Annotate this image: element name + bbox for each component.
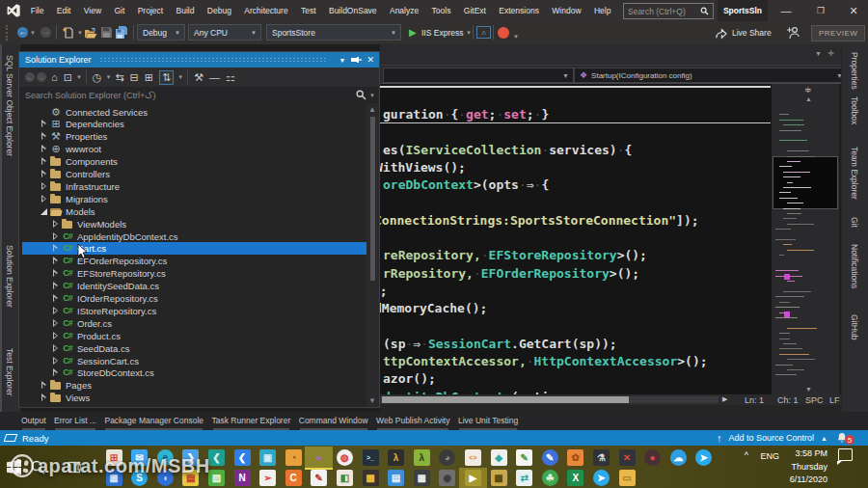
taskbar-app-icon[interactable]: ➤ [695,449,712,466]
sync-with-active-document-icon[interactable]: ⇅ [159,70,174,85]
taskbar-app-icon[interactable]: ● [644,449,661,466]
expander-icon[interactable] [51,368,60,377]
members-combo[interactable]: ❖ Startup(IConfiguration config) ▼ [574,68,848,83]
sync-icon[interactable]: ⇆ [115,71,123,84]
taskbar-app-icon[interactable]: ▦ [414,470,430,486]
tree-item-cart-cs[interactable]: C#Cart.cs [22,242,375,255]
panel-tab-error-list-[interactable]: Error List ... [53,413,97,429]
tree-item-views[interactable]: Views [22,392,366,404]
expander-icon[interactable] [51,332,60,340]
toolbar-grip-icon[interactable] [6,25,11,41]
expander-icon[interactable] [40,157,48,166]
menu-git[interactable]: Git [108,0,131,21]
expander-icon[interactable] [51,294,60,303]
tree-item-storedbcontext-cs[interactable]: C#StoreDbContext.cs [22,366,366,379]
tree-item-migrations[interactable]: Migrations [22,193,366,205]
expander-icon[interactable] [40,132,48,141]
close-panel-icon[interactable]: ✕ [366,55,374,65]
se-search-dropdown-icon[interactable]: ▼ [369,93,375,98]
tree-item-controllers[interactable]: Controllers [22,168,366,180]
new-project-icon[interactable] [63,27,74,39]
taskbar-app-icon[interactable]: ❮ [208,449,225,466]
action-center-icon[interactable] [838,448,853,461]
navigate-forward-icon[interactable]: → [41,27,51,38]
expander-icon[interactable] [51,282,60,290]
panel-tab-command-window[interactable]: Command Window [298,413,369,429]
tree-scroll-up-icon[interactable]: ▲ [368,105,376,114]
menu-build[interactable]: Build [170,0,201,21]
solution-platform-combo[interactable]: Any CPU▼ [188,24,261,41]
menu-tools[interactable]: Tools [425,0,457,21]
tray-expand-icon[interactable]: ^ [745,450,748,460]
switch-views-icon[interactable]: ⊡ [64,71,72,84]
tree-item-wwwroot[interactable]: ⊕wwwroot [22,143,366,155]
taskbar-app-icon[interactable]: ∞ [311,449,327,466]
expander-icon[interactable] [40,393,48,402]
left-tab-solution-explorer[interactable]: Solution Explorer [5,245,14,308]
tree-item-product-cs[interactable]: C#Product.cs [22,330,366,342]
taskbar-app-icon[interactable]: ▶ [465,470,481,486]
menu-view[interactable]: View [77,0,108,21]
expander-icon[interactable] [51,344,60,353]
taskbar-app-icon[interactable]: C [285,470,302,486]
menu-help[interactable]: Help [587,0,617,21]
menu-debug[interactable]: Debug [201,0,237,21]
tree-item-connected-services[interactable]: ⚙Connected Services [22,106,366,119]
tree-scrollbar[interactable]: ▲ ▼ [366,103,379,407]
right-tab-team-explorer[interactable]: Team Explorer [850,147,859,200]
panel-tab-live-unit-testing[interactable]: Live Unit Testing [457,413,519,429]
record-dropdown-icon[interactable]: ▼ [513,34,519,40]
navigate-back-icon[interactable]: ← [17,27,28,38]
taskbar-app-icon[interactable]: ☁ [670,449,687,466]
taskbar-app-icon[interactable]: ▨ [208,470,225,486]
float-window-icon[interactable]: ✛ [827,49,834,58]
expander-icon[interactable] [51,232,60,241]
tree-item-seeddata-cs[interactable]: C#SeedData.cs [22,342,366,355]
left-tab-sql-server-object-explorer[interactable]: SQL Server Object Explorer [5,55,14,156]
tree-item-efstorerepository-cs[interactable]: C#EFStoreRepository.cs [22,267,366,280]
tree-scrollbar-thumb[interactable] [370,117,375,281]
tree-item-components[interactable]: Components [22,155,366,168]
minimap-viewport[interactable] [773,157,837,208]
expander-icon[interactable] [51,244,60,253]
taskbar-app-icon[interactable]: ✕ [619,449,636,466]
taskbar-app-icon[interactable]: ▦ [491,470,507,486]
taskbar-app-icon[interactable]: ⇄ [516,470,532,486]
preview-selected-icon[interactable]: — [209,71,220,83]
taskbar-app-icon[interactable]: ✎ [516,449,532,466]
right-tab-github[interactable]: GitHub [850,314,859,339]
menu-window[interactable]: Window [546,0,588,21]
taskbar-app-icon[interactable]: ▣ [259,449,276,466]
menu-buildonsave[interactable]: BuildOnSave [322,0,383,21]
taskbar-app-icon[interactable]: ✿ [567,449,583,466]
expander-icon[interactable] [40,207,48,216]
taskbar-app-icon[interactable]: >_ [363,449,379,466]
menu-project[interactable]: Project [131,0,170,21]
background-tasks-icon[interactable] [4,434,18,442]
scroll-up-icon[interactable]: ▲ [805,95,812,102]
tree-item-istorerepository-cs[interactable]: C#IStoreRepository.cs [22,305,366,317]
tree-item-iorderrepository-cs[interactable]: C#IOrderRepository.cs [22,292,366,305]
startup-project-combo[interactable]: SportsStore▼ [266,24,401,41]
expander-icon[interactable] [40,195,48,203]
preview-button[interactable]: PREVIEW [811,25,865,41]
minimize-button[interactable]: — [772,0,800,21]
menu-test[interactable]: Test [294,0,322,21]
run-dropdown-icon[interactable]: ▼ [466,30,472,36]
tree-item-order-cs[interactable]: C#Order.cs [22,317,366,330]
expander-icon[interactable] [51,269,60,278]
se-forward-icon[interactable]: → [37,72,46,82]
menu-analyze[interactable]: Analyze [383,0,425,21]
menu-edit[interactable]: Edit [50,0,77,21]
expander-icon[interactable] [51,257,60,265]
taskbar-app-icon[interactable]: ➤ [593,470,610,486]
tree-item-identityseeddata-cs[interactable]: C#IdentitySeedData.cs [22,280,366,292]
taskbar-app-icon[interactable]: ⚗ [593,449,610,466]
tree-item-models[interactable]: Models [22,205,366,218]
tree-item-dependencies[interactable]: ⊞Dependencies [22,118,366,130]
expander-icon[interactable] [40,170,48,178]
panel-tab-package-manager-console[interactable]: Package Manager Console [103,413,204,429]
taskbar-app-icon[interactable]: ◆ [491,449,507,466]
expander-icon[interactable] [40,145,48,153]
taskbar-app-icon[interactable]: λ [388,449,404,466]
